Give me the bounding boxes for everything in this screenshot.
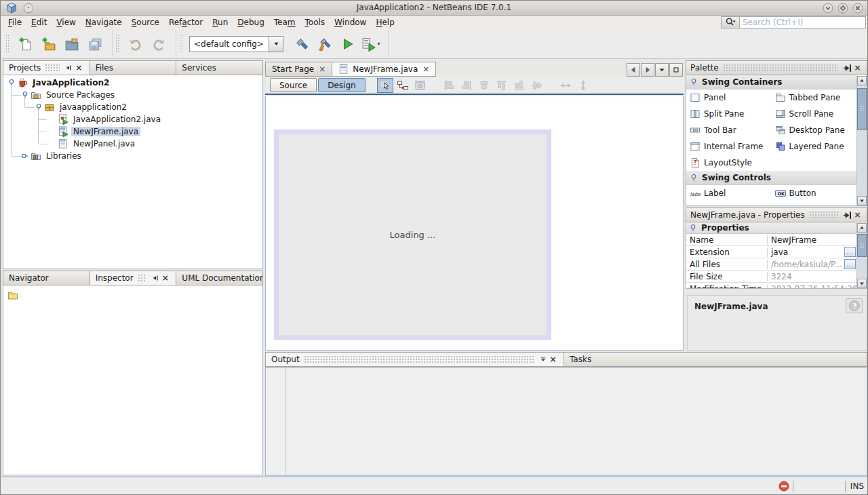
scrollbar-thumb[interactable]	[857, 88, 867, 130]
tab-list-button[interactable]	[655, 63, 669, 77]
palette-item-label[interactable]: labelLabel	[686, 185, 772, 201]
search-input[interactable]	[740, 18, 865, 27]
combobox-dropdown-button[interactable]	[269, 36, 283, 52]
palette-item-internal-frame[interactable]: Internal Frame	[686, 138, 772, 155]
property-value[interactable]: 2012-07-26 11:54:26	[768, 284, 856, 290]
properties-close-icon[interactable]: ×	[852, 210, 863, 220]
menu-source[interactable]: Source	[127, 16, 164, 28]
scroll-up-icon[interactable]	[857, 76, 867, 85]
tree-row-javaapplication2-java[interactable]: JavaApplication2.java	[3, 113, 262, 125]
palette-category-swing-controls[interactable]: Swing Controls	[686, 171, 856, 185]
tree-expander-collapsed[interactable]	[20, 151, 31, 161]
open-project-button[interactable]	[60, 33, 83, 56]
close-window-button[interactable]: ×	[160, 273, 170, 283]
design-canvas[interactable]: Loading ...	[265, 96, 684, 351]
palette-item-button[interactable]: OKButton	[772, 185, 857, 201]
palette-item-tabbed-pane[interactable]: Tabbed Pane	[772, 90, 857, 106]
dock-right-icon[interactable]	[842, 210, 852, 220]
debug-button[interactable]: ▾	[359, 33, 382, 56]
palette-item-layered-pane[interactable]: Layered Pane	[772, 138, 857, 155]
view-button-source[interactable]: Source	[270, 78, 317, 92]
menu-run[interactable]: Run	[208, 16, 233, 28]
property-value[interactable]: /home/kasiula/P...	[768, 260, 844, 269]
tab-drag-texture[interactable]	[45, 64, 59, 72]
dropdown-arrow-icon[interactable]: ▾	[377, 41, 380, 47]
output-console[interactable]	[265, 367, 867, 476]
palette-category-swing-containers[interactable]: Swing Containers	[686, 75, 856, 90]
navigator-tab-navigator[interactable]: Navigator	[3, 271, 90, 285]
minimize-window-button[interactable]	[150, 273, 160, 283]
property-editor-button[interactable]: ...	[844, 259, 856, 269]
toolbar-drag-handle[interactable]	[179, 34, 183, 54]
output-tab-output[interactable]: Output×	[265, 352, 564, 367]
error-notification-icon[interactable]	[778, 481, 789, 492]
window-close-button[interactable]	[852, 3, 863, 14]
property-value[interactable]: 3224	[768, 272, 856, 281]
properties-scrollbar[interactable]	[856, 223, 867, 288]
palette-drag-texture[interactable]	[723, 64, 838, 72]
toolbar-drag-handle[interactable]	[115, 34, 119, 54]
toolbar-drag-handle[interactable]	[5, 34, 9, 54]
tree-expander-expanded[interactable]	[33, 102, 44, 113]
window-minimize-button[interactable]	[823, 3, 833, 14]
editor-tab-newjframe-java[interactable]: NewJFrame.java×	[332, 62, 436, 77]
new-project-button[interactable]	[37, 33, 60, 56]
projects-tab-services[interactable]: Services	[176, 60, 263, 75]
palette-close-icon[interactable]: ×	[852, 63, 863, 73]
property-editor-button[interactable]: ...	[844, 247, 856, 257]
maximize-editor-button[interactable]	[669, 63, 683, 77]
property-value[interactable]: java	[768, 248, 844, 257]
help-button[interactable]: ?	[846, 298, 863, 313]
selection-mode-button[interactable]	[377, 78, 393, 93]
projects-tab-files[interactable]: Files	[90, 60, 177, 75]
navigator-tab-inspector[interactable]: Inspector×	[90, 271, 177, 285]
palette-item-split-pane[interactable]: Split Pane	[686, 106, 772, 122]
view-button-design[interactable]: Design	[318, 78, 365, 92]
scroll-down-icon[interactable]	[857, 279, 867, 288]
tree-row-source-packages[interactable]: Source Packages	[3, 89, 262, 101]
tab-close-icon[interactable]: ×	[422, 65, 429, 73]
palette-item-tool-bar[interactable]: Tool Bar	[686, 122, 772, 138]
menu-view[interactable]: View	[52, 16, 80, 28]
close-window-button[interactable]: ×	[74, 63, 84, 73]
menu-edit[interactable]: Edit	[26, 16, 52, 28]
properties-section-header[interactable]: Properties	[686, 222, 856, 234]
menu-refactor[interactable]: Refactor	[164, 16, 208, 28]
connection-mode-button[interactable]	[395, 78, 411, 93]
menu-debug[interactable]: Debug	[233, 16, 269, 28]
tree-row-libraries[interactable]: Libraries	[3, 150, 262, 162]
menu-file[interactable]: File	[3, 16, 26, 28]
tree-row-javaapplication2[interactable]: javaapplication2	[3, 101, 262, 113]
config-combobox[interactable]: <default config>	[189, 36, 283, 52]
projects-tab-projects[interactable]: Projects×	[3, 60, 90, 75]
tab-drag-texture[interactable]	[304, 355, 534, 363]
run-button[interactable]	[336, 33, 359, 56]
output-tab-tasks[interactable]: Tasks	[564, 352, 867, 367]
close-window-button[interactable]: ×	[548, 355, 558, 365]
menu-tools[interactable]: Tools	[300, 16, 330, 28]
navigator-tab-uml-documentation[interactable]: UML Documentation	[176, 271, 263, 285]
window-maximize-button[interactable]	[837, 3, 848, 14]
clean-build-button[interactable]	[313, 33, 336, 56]
new-file-button[interactable]	[14, 33, 37, 56]
dock-right-icon[interactable]	[842, 63, 852, 73]
menu-help[interactable]: Help	[371, 16, 399, 28]
tree-expander-expanded[interactable]	[6, 77, 17, 88]
tree-expander-expanded[interactable]	[20, 90, 31, 100]
palette-item-desktop-pane[interactable]: Desktop Pane	[772, 122, 857, 138]
tab-drag-texture[interactable]	[138, 274, 146, 282]
editor-tab-start-page[interactable]: Start Page×	[265, 62, 332, 77]
scroll-up-icon[interactable]	[857, 223, 867, 233]
minimize-window-button[interactable]	[538, 355, 548, 365]
palette-item-scroll-pane[interactable]: Scroll Pane	[772, 106, 857, 122]
property-value[interactable]: NewJFrame	[768, 235, 856, 245]
menu-window[interactable]: Window	[330, 16, 371, 28]
scrollbar-thumb[interactable]	[857, 234, 867, 257]
tab-close-icon[interactable]: ×	[319, 65, 326, 73]
palette-item-layoutstyle[interactable]: LayoutStyle	[686, 155, 772, 171]
palette-item-panel[interactable]: Panel	[686, 90, 772, 106]
scroll-tabs-left-button[interactable]	[627, 63, 640, 77]
palette-scrollbar[interactable]	[856, 76, 867, 205]
minimize-window-button[interactable]	[64, 63, 74, 73]
build-button[interactable]	[290, 33, 313, 56]
